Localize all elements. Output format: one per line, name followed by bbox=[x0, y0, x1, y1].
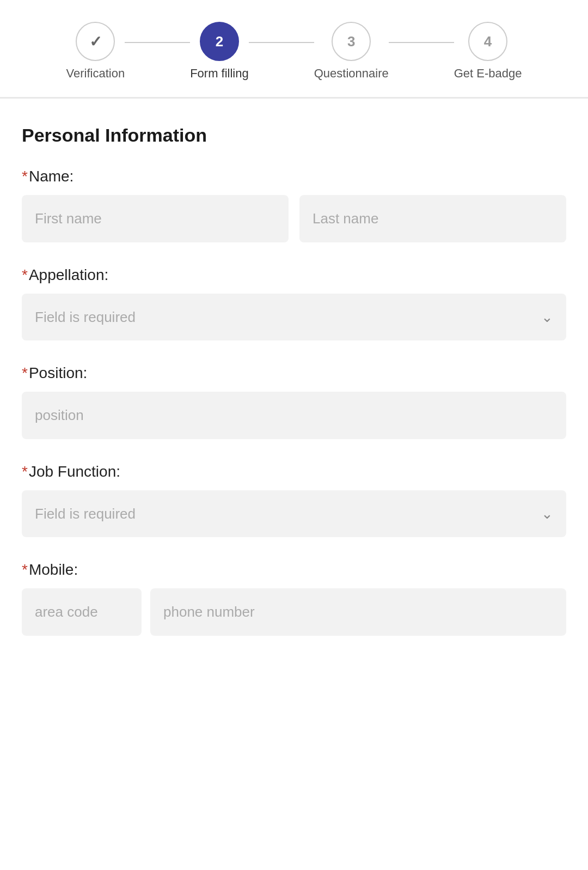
step-connector-1 bbox=[125, 42, 190, 43]
appellation-required-indicator: * bbox=[22, 266, 28, 284]
step-number-form-filling: 2 bbox=[216, 33, 223, 50]
step-connector-3 bbox=[389, 42, 454, 43]
name-inputs-row bbox=[22, 195, 566, 242]
phone-number-input[interactable] bbox=[150, 588, 566, 636]
name-required-indicator: * bbox=[22, 168, 28, 185]
step-label-verification: Verification bbox=[66, 66, 125, 81]
form-section: Personal Information * Name: * Appellati… bbox=[0, 99, 588, 686]
step-label-form-filling: Form filling bbox=[190, 66, 249, 81]
appellation-select[interactable]: Field is required bbox=[22, 294, 566, 340]
step-number-questionnaire: 3 bbox=[347, 33, 355, 50]
name-label: * Name: bbox=[22, 168, 566, 185]
job-function-select[interactable]: Field is required bbox=[22, 490, 566, 537]
mobile-label: * Mobile: bbox=[22, 561, 566, 579]
step-get-ebadge: 4 Get E-badge bbox=[454, 22, 522, 81]
step-verification: ✓ Verification bbox=[66, 22, 125, 81]
name-field-group: * Name: bbox=[22, 168, 566, 242]
position-label: * Position: bbox=[22, 364, 566, 382]
stepper: ✓ Verification 2 Form filling 3 Question… bbox=[0, 0, 588, 97]
step-circle-get-ebadge: 4 bbox=[468, 22, 507, 61]
position-input[interactable] bbox=[22, 392, 566, 439]
mobile-required-indicator: * bbox=[22, 561, 28, 579]
step-number-get-ebadge: 4 bbox=[484, 33, 492, 50]
step-circle-verification: ✓ bbox=[76, 22, 115, 61]
job-function-label: * Job Function: bbox=[22, 463, 566, 480]
step-form-filling: 2 Form filling bbox=[190, 22, 249, 81]
job-function-select-wrapper: Field is required ⌄ bbox=[22, 490, 566, 537]
step-connector-2 bbox=[249, 42, 314, 43]
mobile-label-text: Mobile: bbox=[29, 561, 78, 579]
check-icon: ✓ bbox=[89, 33, 102, 51]
job-function-field-group: * Job Function: Field is required ⌄ bbox=[22, 463, 566, 537]
position-required-indicator: * bbox=[22, 364, 28, 382]
section-title: Personal Information bbox=[22, 125, 566, 146]
appellation-label-text: Appellation: bbox=[29, 266, 108, 284]
appellation-field-group: * Appellation: Field is required ⌄ bbox=[22, 266, 566, 340]
name-label-text: Name: bbox=[29, 168, 74, 185]
first-name-input[interactable] bbox=[22, 195, 289, 242]
mobile-field-group: * Mobile: bbox=[22, 561, 566, 636]
job-function-label-text: Job Function: bbox=[29, 463, 120, 480]
position-label-text: Position: bbox=[29, 364, 87, 382]
step-label-get-ebadge: Get E-badge bbox=[454, 66, 522, 81]
last-name-input[interactable] bbox=[299, 195, 566, 242]
appellation-select-wrapper: Field is required ⌄ bbox=[22, 294, 566, 340]
step-questionnaire: 3 Questionnaire bbox=[314, 22, 389, 81]
step-circle-questionnaire: 3 bbox=[332, 22, 371, 61]
step-label-questionnaire: Questionnaire bbox=[314, 66, 389, 81]
position-field-group: * Position: bbox=[22, 364, 566, 439]
area-code-input[interactable] bbox=[22, 588, 142, 636]
appellation-label: * Appellation: bbox=[22, 266, 566, 284]
step-circle-form-filling: 2 bbox=[200, 22, 239, 61]
job-function-required-indicator: * bbox=[22, 463, 28, 480]
mobile-inputs-row bbox=[22, 588, 566, 636]
